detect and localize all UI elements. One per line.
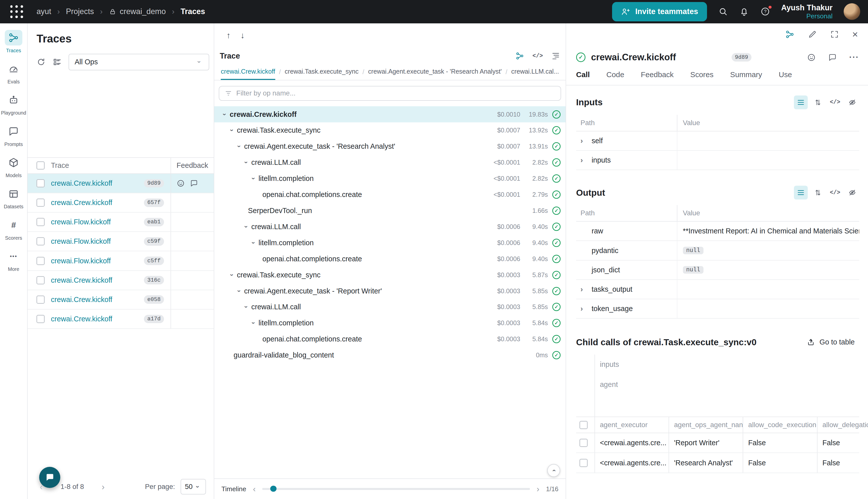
expand-collapse-icon[interactable] bbox=[811, 96, 825, 109]
table-row[interactable]: crewai.Flow.kickoffeab1 bbox=[28, 212, 214, 232]
tab-use[interactable]: Use bbox=[779, 70, 792, 85]
sidebar-item-datasets[interactable]: Datasets bbox=[0, 186, 27, 210]
chevron-down-icon[interactable]: › bbox=[250, 239, 258, 247]
trace-tree-row[interactable]: ›crewai.LLM.call$0.00035.85s✓ bbox=[214, 299, 566, 315]
add-emoji-icon[interactable] bbox=[807, 53, 816, 62]
comment-icon[interactable] bbox=[828, 53, 837, 62]
code-view-icon[interactable]: </> bbox=[532, 53, 543, 59]
op-filter-input[interactable] bbox=[236, 89, 555, 97]
kv-row[interactable]: raw**Investment Report: AI in Chemical a… bbox=[576, 222, 859, 241]
chevron-down-icon[interactable]: › bbox=[221, 111, 228, 118]
row-checkbox[interactable] bbox=[36, 315, 45, 323]
per-page-select[interactable]: 50 › bbox=[181, 479, 206, 495]
support-chat-button[interactable] bbox=[39, 467, 60, 488]
kv-row[interactable]: json_dictnull bbox=[576, 260, 859, 280]
ops-filter-select[interactable]: All Ops › bbox=[69, 54, 209, 70]
code-view-icon[interactable]: </> bbox=[828, 186, 842, 199]
list-view-icon[interactable] bbox=[794, 96, 808, 109]
trace-tree-row[interactable]: ›crewai.LLM.call$0.00069.40s✓ bbox=[214, 219, 566, 235]
chevron-right-icon[interactable]: › bbox=[580, 156, 592, 164]
column-header[interactable]: agent_ops_agent_nan bbox=[669, 417, 743, 433]
call-crumb[interactable]: crewai.Task.execute_sync bbox=[285, 64, 359, 80]
sidebar-item-scorers[interactable]: # Scorers bbox=[0, 217, 27, 241]
column-header[interactable]: allow_code_execution bbox=[743, 417, 817, 433]
scroll-to-top-button[interactable]: › bbox=[547, 464, 560, 477]
row-checkbox[interactable] bbox=[36, 237, 45, 245]
column-header[interactable]: allow_delegation bbox=[818, 417, 868, 433]
help-icon[interactable]: ? bbox=[760, 7, 770, 16]
trace-link[interactable]: crewai.Crew.kickoff bbox=[51, 179, 112, 187]
kv-row[interactable]: ›self bbox=[576, 131, 859, 151]
call-crumb[interactable]: crewai.Agent.execute_task - 'Research An… bbox=[368, 64, 502, 80]
row-checkbox[interactable] bbox=[36, 198, 45, 207]
row-checkbox[interactable] bbox=[36, 295, 45, 304]
table-row[interactable]: crewai.Flow.kickoffc59f bbox=[28, 232, 214, 251]
chevron-down-icon[interactable]: › bbox=[228, 271, 236, 279]
trace-tree-row[interactable]: ›crewai.Agent.execute_task - 'Research A… bbox=[214, 138, 566, 155]
trace-link[interactable]: crewai.Flow.kickoff bbox=[51, 257, 111, 265]
row-checkbox[interactable] bbox=[36, 257, 45, 265]
table-row[interactable]: crewai.Crew.kickoffe058 bbox=[28, 290, 214, 309]
kv-row[interactable]: ›inputs bbox=[576, 151, 859, 170]
page-next-icon[interactable]: › bbox=[98, 482, 108, 492]
trace-tree-row[interactable]: openai.chat.completions.create$0.00069.4… bbox=[214, 251, 566, 267]
timeline-mode-select[interactable]: Timeline bbox=[222, 485, 246, 493]
edit-pencil-icon[interactable] bbox=[808, 30, 817, 39]
sidebar-item-models[interactable]: Models bbox=[0, 155, 27, 179]
table-row[interactable]: crewai.Crew.kickoff657f bbox=[28, 193, 214, 212]
trace-tree-row[interactable]: ›crewai.Crew.kickoff$0.001019.83s✓ bbox=[214, 106, 566, 122]
sidebar-item-evals[interactable]: Evals bbox=[0, 61, 27, 85]
chevron-down-icon[interactable]: › bbox=[243, 223, 250, 231]
trace-tree-row[interactable]: ›crewai.Task.execute_sync$0.00035.87s✓ bbox=[214, 267, 566, 283]
tab-call[interactable]: Call bbox=[576, 70, 590, 85]
chevron-down-icon[interactable]: › bbox=[243, 159, 250, 166]
prev-trace-icon[interactable]: ↑ bbox=[226, 31, 231, 40]
chevron-right-icon[interactable]: › bbox=[580, 137, 592, 145]
breadcrumb-project[interactable]: crewai_demo bbox=[109, 7, 166, 16]
select-all-checkbox[interactable] bbox=[36, 161, 45, 170]
chevron-down-icon[interactable]: › bbox=[250, 319, 258, 327]
table-row[interactable]: crewai.Crew.kickoff316c bbox=[28, 271, 214, 290]
row-checkbox[interactable] bbox=[580, 439, 588, 447]
row-checkbox[interactable] bbox=[36, 218, 45, 226]
tree-view-icon[interactable] bbox=[516, 51, 524, 60]
user-block[interactable]: Ayush Thakur Personal bbox=[781, 3, 833, 20]
sidebar-item-prompts[interactable]: Prompts bbox=[0, 124, 27, 147]
call-crumb[interactable]: crewai.LLM.cal... bbox=[511, 64, 559, 80]
row-checkbox[interactable] bbox=[36, 179, 45, 187]
tab-feedback[interactable]: Feedback bbox=[641, 70, 674, 85]
trace-tree-row[interactable]: openai.chat.completions.create$0.00035.8… bbox=[214, 331, 566, 347]
trace-tree-row[interactable]: ›crewai.LLM.call<$0.00012.82s✓ bbox=[214, 155, 566, 171]
kv-row[interactable]: ›tasks_output bbox=[576, 280, 859, 299]
tab-scores[interactable]: Scores bbox=[690, 70, 714, 85]
table-row[interactable]: <crewai.agents.cre... 'Report Writer' Fa… bbox=[576, 433, 859, 453]
hide-values-icon[interactable] bbox=[845, 186, 859, 199]
refresh-icon[interactable] bbox=[36, 57, 46, 66]
call-crumb[interactable]: crewai.Crew.kickoff bbox=[221, 64, 275, 80]
trace-tree-row[interactable]: ›litellm.completion$0.00069.40s✓ bbox=[214, 235, 566, 251]
table-row[interactable]: crewai.Flow.kickoffc5ff bbox=[28, 251, 214, 271]
column-settings-icon[interactable] bbox=[52, 57, 62, 66]
trace-tree-row[interactable]: guardrail-validate_blog_content0ms✓ bbox=[214, 347, 566, 363]
flame-graph-icon[interactable] bbox=[551, 51, 560, 60]
go-to-table-button[interactable]: Go to table bbox=[803, 335, 859, 349]
trace-link[interactable]: crewai.Flow.kickoff bbox=[51, 218, 111, 226]
trace-link[interactable]: crewai.Flow.kickoff bbox=[51, 237, 111, 245]
expand-collapse-icon[interactable] bbox=[811, 186, 825, 199]
trace-link[interactable]: crewai.Crew.kickoff bbox=[51, 198, 112, 207]
breadcrumb-projects[interactable]: Projects bbox=[66, 7, 94, 16]
trace-tree-row[interactable]: ›litellm.completion<$0.00012.82s✓ bbox=[214, 171, 566, 187]
table-row[interactable]: crewai.Crew.kickoffa17d bbox=[28, 309, 214, 329]
overflow-menu-icon[interactable]: ··· bbox=[849, 52, 859, 62]
chevron-down-icon[interactable]: › bbox=[250, 175, 258, 182]
invite-teammates-button[interactable]: Invite teammates bbox=[612, 2, 707, 21]
avatar[interactable] bbox=[844, 3, 860, 20]
code-view-icon[interactable]: </> bbox=[828, 96, 842, 109]
row-checkbox[interactable] bbox=[36, 276, 45, 284]
breadcrumb-page[interactable]: Traces bbox=[181, 7, 205, 16]
notifications-bell-icon[interactable] bbox=[739, 7, 749, 16]
table-row[interactable]: crewai.Crew.kickoff9d89 bbox=[28, 174, 214, 193]
select-all-checkbox[interactable] bbox=[580, 421, 588, 429]
trace-tree-row[interactable]: ›litellm.completion$0.00035.84s✓ bbox=[214, 315, 566, 331]
chevron-down-icon[interactable]: › bbox=[235, 143, 243, 150]
